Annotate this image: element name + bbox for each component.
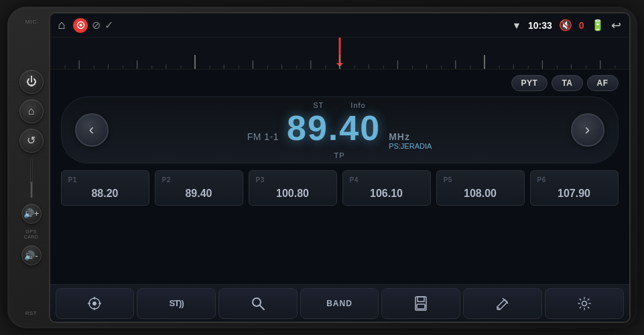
save-button[interactable] [381,288,460,319]
radio-icon [73,18,88,33]
preset-freq-6: 107.90 [537,188,611,200]
station-name: FM 1-1 [247,131,279,142]
preset-button-2[interactable]: P2 89.40 [155,170,243,206]
cancel-icon: ⊘ [92,19,101,31]
st-button[interactable]: ST)) [137,288,216,319]
notification-count: 0 [579,20,584,31]
svg-line-48 [260,306,264,310]
rst-label: RST [25,310,38,316]
main-content: PYT TA AF ‹ ST Info FM 1-1 89.40 MHz [50,70,629,284]
st-label: ST [313,101,324,109]
freq-center: ST Info FM 1-1 89.40 MHz PS:JERADIA TP [109,101,571,159]
preset-freq-3: 100.80 [256,188,330,200]
home-button[interactable]: ⌂ [19,99,44,123]
frequency-ruler: ruler ticks [50,38,629,70]
preset-freq-4: 106.10 [350,188,424,200]
status-right: ▼ 10:33 🔇 0 🔋 ↩ [512,18,621,33]
preset-button-1[interactable]: P1 88.20 [61,170,149,206]
preset-label-6: P6 [537,176,546,184]
edit-button[interactable] [463,288,542,319]
ruler-ticks [50,44,629,70]
preset-freq-5: 108.00 [444,188,517,200]
preset-freq-2: 89.40 [162,188,236,200]
power-button[interactable]: ⏻ [19,70,44,94]
settings-button[interactable] [545,288,624,319]
ta-button[interactable]: TA [552,75,582,91]
ps-label: PS:JERADIA [389,142,432,150]
prev-button[interactable]: ‹ [75,113,109,147]
freq-bottom-labels: TP [334,151,344,159]
svg-rect-50 [417,297,424,302]
main-screen: ⌂ ⊘ ✓ ▼ 10:33 🔇 0 🔋 ↩ [49,12,631,323]
back-arrow-icon: ↩ [611,18,621,33]
check-icon: ✓ [105,19,113,31]
preset-label-5: P5 [444,176,452,184]
preset-label-1: P1 [68,176,77,184]
battery-icon: 🔋 [591,19,604,31]
search-button[interactable] [218,288,298,319]
freq-mhz-col: MHz PS:JERADIA [389,131,432,150]
mic-label: MIC [25,19,38,25]
home-icon: ⌂ [58,18,66,32]
frequency-display: ‹ ST Info FM 1-1 89.40 MHz PS:JERADIA [61,96,619,163]
volume-up-button[interactable]: 🔊+ [21,204,42,224]
svg-point-47 [253,298,261,306]
freq-top-labels: ST Info [313,101,365,109]
svg-point-1 [79,24,82,27]
band-button[interactable]: BAND [300,288,379,319]
back-button[interactable]: ↺ [19,129,44,153]
af-button[interactable]: AF [587,75,619,91]
preset-label-2: P2 [162,176,171,184]
presets-row: P1 88.20 P2 89.40 P3 100.80 P4 106.10 P5… [61,170,619,206]
device-frame: MIC ⏻ ⌂ ↺ 🔊+ GPSCARD 🔊- RST ⌂ [7,7,637,328]
volume-down-button[interactable]: 🔊- [21,245,42,265]
preset-button-3[interactable]: P3 100.80 [249,170,337,206]
volume-slider[interactable] [30,158,33,198]
mute-icon: 🔇 [559,19,572,31]
preset-button-6[interactable]: P6 107.90 [530,170,619,206]
preset-button-4[interactable]: P4 106.10 [342,170,431,206]
bottom-toolbar: ST)) BAND [50,284,629,322]
freq-main-row: FM 1-1 89.40 MHz PS:JERADIA [247,111,432,150]
svg-point-42 [92,302,96,306]
info-label: Info [350,101,365,109]
pyt-button[interactable]: PYT [511,75,548,91]
status-time: 10:33 [528,20,552,31]
next-button[interactable]: › [571,113,604,147]
mhz-label: MHz [389,131,410,142]
svg-rect-51 [417,304,425,309]
svg-point-55 [582,301,586,306]
preset-label-4: P4 [350,176,359,184]
status-bar: ⌂ ⊘ ✓ ▼ 10:33 🔇 0 🔋 ↩ [50,13,629,38]
frequency-number: 89.40 [287,111,381,145]
top-buttons-row: PYT TA AF [61,75,619,91]
preset-freq-1: 88.20 [68,188,142,200]
gps-card-label: GPSCARD [24,229,39,241]
wifi-icon: ▼ [512,20,521,31]
preset-button-5[interactable]: P5 108.00 [436,170,525,206]
tp-label: TP [334,151,344,159]
loc-button[interactable] [56,288,135,319]
side-buttons-left: MIC ⏻ ⌂ ↺ 🔊+ GPSCARD 🔊- RST [14,12,49,323]
preset-label-3: P3 [256,176,265,184]
status-icons: ⊘ ✓ [73,18,113,33]
